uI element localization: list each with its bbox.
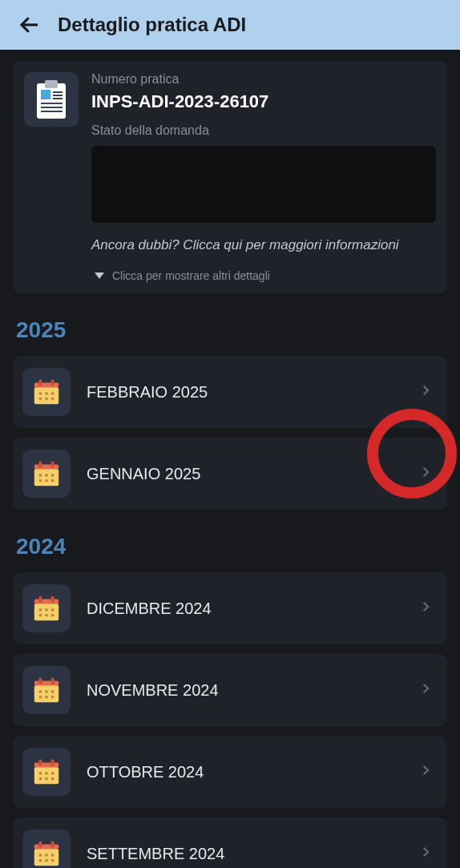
svg-point-15 [39,392,42,395]
svg-rect-31 [34,600,59,604]
calendar-icon [31,675,62,705]
svg-rect-61 [34,845,59,850]
svg-rect-24 [51,462,54,468]
month-label: NOVEMBRE 2024 [87,681,418,700]
more-info-link[interactable]: Ancora dubbi? Clicca qui per maggiori in… [91,237,436,253]
practice-number-value: INPS-ADI-2023-26107 [91,91,436,112]
svg-rect-12 [34,387,59,404]
chevron-right-icon [418,465,433,482]
calendar-icon [31,757,62,787]
expand-details-label: Clicca per mostrare altri dettagli [112,269,270,282]
svg-point-47 [51,690,54,693]
svg-point-60 [51,777,54,781]
svg-rect-43 [39,678,42,684]
svg-point-25 [39,474,42,477]
practice-icon-box [24,72,79,127]
month-icon-box [22,368,71,416]
month-label: SETTEMBRE 2024 [87,845,418,863]
chevron-right-icon [418,383,433,401]
svg-rect-23 [39,462,42,468]
triangle-down-icon [95,273,104,279]
svg-rect-5 [53,95,63,96]
svg-point-40 [51,614,54,617]
svg-rect-13 [39,380,42,386]
svg-point-16 [45,392,48,395]
month-label: FEBBRAIO 2025 [87,383,418,402]
svg-rect-53 [39,760,42,766]
svg-rect-4 [53,91,63,93]
month-icon-box [22,666,71,714]
svg-rect-63 [39,842,42,848]
svg-point-58 [39,777,42,781]
svg-rect-33 [39,596,42,603]
svg-point-18 [39,398,42,401]
svg-rect-32 [34,604,59,620]
chevron-right-icon [418,845,433,862]
svg-point-39 [45,614,48,617]
svg-point-57 [51,772,54,775]
page-title: Dettaglio pratica ADI [58,14,246,36]
svg-rect-51 [34,763,59,768]
svg-point-20 [51,398,54,401]
svg-point-35 [39,608,42,612]
month-label: GENNAIO 2025 [87,465,418,483]
svg-point-37 [51,608,54,612]
svg-point-70 [51,859,54,862]
svg-rect-22 [34,469,59,486]
calendar-icon [31,377,62,407]
svg-point-29 [45,479,48,482]
arrow-left-icon [18,13,42,37]
month-item-settembre-2024[interactable]: SETTEMBRE 2024 [13,818,447,868]
svg-rect-2 [45,80,58,88]
month-icon-box [22,830,71,868]
svg-rect-52 [34,767,59,784]
svg-rect-41 [34,681,59,686]
svg-marker-10 [95,273,104,279]
svg-rect-21 [34,465,59,470]
svg-point-56 [45,772,48,775]
back-button[interactable] [13,8,46,42]
svg-rect-64 [51,842,54,848]
svg-point-26 [45,474,48,477]
expand-details-button[interactable]: Clicca per mostrare altri dettagli [91,269,436,282]
svg-point-67 [51,854,54,857]
svg-point-65 [39,854,42,857]
svg-point-27 [51,474,54,477]
month-icon-box [22,584,71,632]
month-item-febbraio-2025[interactable]: FEBBRAIO 2025 [13,356,447,428]
svg-point-69 [45,859,48,862]
year-heading: 2025 [16,317,447,343]
svg-point-38 [39,614,42,617]
svg-rect-62 [34,849,59,866]
svg-point-48 [39,696,42,699]
svg-point-68 [39,859,42,862]
app-header: Dettaglio pratica ADI [0,0,460,50]
year-heading: 2024 [16,534,447,559]
chevron-right-icon [418,681,433,699]
svg-point-50 [51,696,54,699]
practice-card: Numero pratica INPS-ADI-2023-26107 Stato… [13,61,447,293]
month-label: OTTOBRE 2024 [87,763,418,781]
month-item-dicembre-2024[interactable]: DICEMBRE 2024 [13,572,447,644]
svg-rect-1 [37,83,66,119]
calendar-icon [31,593,62,624]
svg-rect-14 [51,380,54,386]
svg-point-30 [51,479,54,482]
svg-point-55 [39,772,42,775]
svg-rect-6 [53,98,63,99]
svg-point-45 [39,690,42,693]
svg-point-66 [45,854,48,857]
month-item-novembre-2024[interactable]: NOVEMBRE 2024 [13,654,447,726]
month-icon-box [22,450,71,498]
svg-point-49 [45,696,48,699]
month-item-gennaio-2025[interactable]: GENNAIO 2025 [13,438,447,510]
svg-point-19 [45,398,48,401]
svg-rect-7 [41,103,63,104]
month-item-ottobre-2024[interactable]: OTTOBRE 2024 [13,736,447,808]
svg-rect-54 [51,760,54,766]
svg-rect-9 [41,111,63,112]
content-area: Numero pratica INPS-ADI-2023-26107 Stato… [0,50,460,868]
month-icon-box [22,748,71,796]
svg-point-46 [45,690,48,693]
svg-rect-3 [41,90,50,99]
